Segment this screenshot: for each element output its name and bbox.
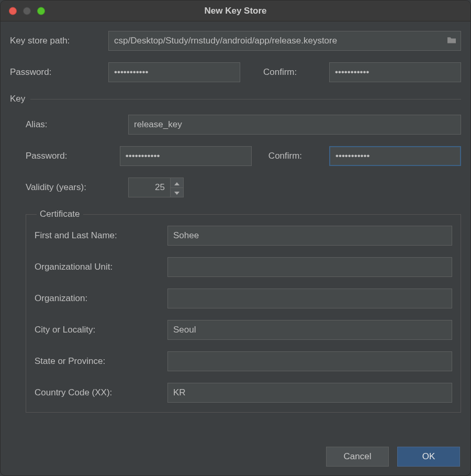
- divider: [30, 99, 461, 99]
- ok-button[interactable]: OK: [397, 447, 460, 467]
- key-section-header: Key: [10, 94, 461, 104]
- certificate-legend: Certificate: [37, 209, 83, 219]
- row-keystore-path: Key store path:: [10, 31, 461, 51]
- row-first-last: First and Last Name:: [35, 226, 452, 246]
- key-password-label: Password:: [26, 151, 111, 161]
- certificate-group: Certificate First and Last Name: Organiz…: [26, 209, 461, 413]
- row-org-unit: Organizational Unit:: [35, 257, 452, 277]
- keystore-confirm-input[interactable]: [329, 62, 461, 82]
- city-input[interactable]: [167, 320, 452, 340]
- keystore-password-label: Password:: [10, 67, 100, 78]
- zoom-icon[interactable]: [37, 7, 45, 15]
- org-input[interactable]: [167, 289, 452, 308]
- row-alias: Alias:: [26, 115, 461, 135]
- chevron-up-icon: [174, 179, 180, 187]
- row-keystore-password: Password: Confirm:: [10, 62, 461, 82]
- city-label: City or Locality:: [35, 325, 160, 335]
- row-country: Country Code (XX):: [35, 383, 452, 403]
- state-label: State or Province:: [35, 356, 160, 367]
- state-input[interactable]: [167, 351, 452, 371]
- cancel-button[interactable]: Cancel: [326, 447, 389, 467]
- window-title: New Key Store: [1, 6, 470, 16]
- close-icon[interactable]: [9, 7, 17, 15]
- minimize-icon[interactable]: [23, 7, 31, 15]
- chevron-down-icon: [174, 189, 180, 196]
- validity-label: Validity (years):: [26, 182, 120, 193]
- alias-label: Alias:: [26, 119, 120, 130]
- dialog-footer: Cancel OK: [1, 438, 470, 475]
- row-org: Organization:: [35, 289, 452, 308]
- folder-icon: [446, 36, 457, 47]
- country-label: Country Code (XX):: [35, 388, 160, 398]
- first-last-input[interactable]: [167, 226, 452, 246]
- org-unit-input[interactable]: [167, 257, 452, 277]
- key-confirm-input[interactable]: [329, 146, 461, 166]
- window-controls: [9, 7, 45, 15]
- org-label: Organization:: [35, 293, 160, 304]
- row-key-password: Password: Confirm:: [26, 146, 461, 166]
- validity-step-down[interactable]: [170, 187, 184, 197]
- titlebar: New Key Store: [1, 1, 470, 21]
- key-confirm-label: Confirm:: [268, 151, 321, 161]
- first-last-label: First and Last Name:: [35, 230, 160, 241]
- content-area: Key store path: Password: Confirm: Key: [1, 21, 470, 413]
- row-validity: Validity (years):: [26, 178, 461, 197]
- alias-input[interactable]: [128, 115, 461, 135]
- keystore-password-input[interactable]: [108, 62, 240, 82]
- dialog-window: New Key Store Key store path: Password: …: [0, 0, 471, 476]
- validity-input[interactable]: [128, 178, 170, 197]
- org-unit-label: Organizational Unit:: [35, 262, 160, 272]
- key-section-label: Key: [10, 94, 25, 104]
- keystore-confirm-label: Confirm:: [263, 67, 321, 78]
- keystore-path-input[interactable]: [108, 31, 442, 51]
- key-password-input[interactable]: [120, 146, 252, 166]
- keystore-path-label: Key store path:: [10, 36, 100, 46]
- browse-button[interactable]: [442, 31, 461, 51]
- country-input[interactable]: [167, 383, 452, 403]
- row-city: City or Locality:: [35, 320, 452, 340]
- validity-step-up[interactable]: [170, 178, 184, 187]
- row-state: State or Province:: [35, 351, 452, 371]
